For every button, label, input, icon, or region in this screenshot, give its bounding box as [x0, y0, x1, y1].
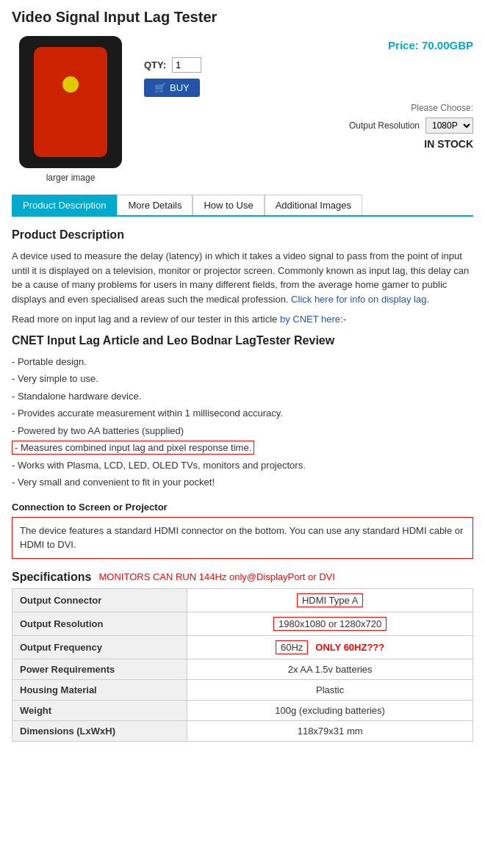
- list-item-highlighted: - Measures combined input lag and pixel …: [12, 441, 473, 455]
- product-right: Price: 70.00GBP QTY: 🛒 BUY Please Choose…: [144, 36, 473, 183]
- spec-value: 100g (excluding batteries): [187, 700, 473, 720]
- resolution-row: Please Choose:: [144, 103, 473, 113]
- spec-heading: Specifications MONITORS CAN RUN 144Hz on…: [12, 571, 473, 584]
- output-res-label: Output Resolution: [349, 120, 420, 131]
- buy-label: BUY: [170, 82, 190, 93]
- table-row: Power Requirements 2x AA 1.5v batteries: [12, 659, 473, 679]
- connection-heading: Connection to Screen or Projector: [12, 502, 473, 513]
- output-res-row: Output Resolution 1080P 720P: [144, 117, 473, 134]
- page-title: Video Signal Input Lag Tester: [12, 9, 473, 26]
- specs-table: Output Connector HDMI Type A Output Reso…: [12, 588, 473, 742]
- spec-label: Dimensions (LxWxH): [12, 720, 187, 741]
- spec-label: Output Resolution: [12, 612, 187, 635]
- cnet-link[interactable]: by CNET here: [280, 314, 340, 325]
- table-row: Weight 100g (excluding batteries): [12, 700, 473, 720]
- buy-button[interactable]: 🛒 BUY: [144, 79, 200, 97]
- list-item: - Portable design.: [12, 355, 473, 369]
- display-lag-link[interactable]: Click here for info on display lag: [291, 294, 426, 305]
- please-choose-label: Please Choose:: [411, 103, 473, 113]
- product-image: [19, 36, 122, 168]
- connection-box: The device features a standard HDMI conn…: [12, 517, 473, 559]
- list-item: - Powered by two AA batteries (supplied): [12, 424, 473, 438]
- tab-how-to-use[interactable]: How to Use: [193, 195, 264, 215]
- resolution-select[interactable]: 1080P 720P: [425, 117, 473, 134]
- spec-value: HDMI Type A: [187, 588, 473, 612]
- list-item: - Works with Plasma, LCD, LED, OLED TVs,…: [12, 458, 473, 473]
- cart-icon: 🛒: [154, 82, 166, 93]
- list-item: - Provides accurate measurement within 1…: [12, 406, 473, 421]
- spec-value: 60HzONLY 60HZ???: [187, 635, 473, 659]
- list-item: - Very simple to use.: [12, 372, 473, 386]
- table-row: Dimensions (LxWxH) 118x79x31 mm: [12, 720, 473, 741]
- spec-value: 2x AA 1.5v batteries: [187, 659, 473, 679]
- table-row: Output Resolution 1980x1080 or 1280x720: [12, 612, 473, 635]
- spec-value: 118x79x31 mm: [187, 720, 473, 741]
- table-row: Output Connector HDMI Type A: [12, 588, 473, 612]
- tab-product-description[interactable]: Product Description: [12, 195, 117, 215]
- description-p1: A device used to measure the delay (late…: [12, 249, 473, 306]
- spec-label: Power Requirements: [12, 659, 187, 679]
- spec-label: Output Connector: [12, 588, 187, 612]
- table-row: Output Frequency 60HzONLY 60HZ???: [12, 635, 473, 659]
- tab-more-details[interactable]: More Details: [117, 195, 193, 215]
- tab-bar: Product Description More Details How to …: [12, 195, 473, 217]
- qty-label: QTY:: [144, 59, 166, 70]
- list-item: - Standalone hardware device.: [12, 389, 473, 404]
- in-stock-badge: IN STOCK: [144, 138, 473, 150]
- description-heading: Product Description: [12, 228, 473, 242]
- product-image-area: larger image: [12, 36, 129, 183]
- spec-label: Output Frequency: [12, 635, 187, 659]
- cnet-heading: CNET Input Lag Article and Leo Bodnar La…: [12, 334, 473, 347]
- feature-list: - Portable design. - Very simple to use.…: [12, 355, 473, 490]
- spec-value: Plastic: [187, 679, 473, 700]
- spec-value: 1980x1080 or 1280x720: [187, 612, 473, 635]
- product-dot: [62, 76, 79, 93]
- qty-input[interactable]: [172, 57, 201, 73]
- spec-label: Housing Material: [12, 679, 187, 700]
- spec-label: Weight: [12, 700, 187, 720]
- spec-note: MONITORS CAN RUN 144Hz only@DisplayPort …: [98, 571, 334, 582]
- table-row: Housing Material Plastic: [12, 679, 473, 700]
- description-p2: Read more on input lag and a review of o…: [12, 312, 473, 327]
- list-item: - Very small and convenient to fit in yo…: [12, 475, 473, 490]
- product-price: Price: 70.00GBP: [144, 39, 473, 51]
- product-image-inner: [34, 47, 107, 157]
- larger-image-link[interactable]: larger image: [46, 173, 96, 183]
- tab-additional-images[interactable]: Additional Images: [265, 195, 362, 215]
